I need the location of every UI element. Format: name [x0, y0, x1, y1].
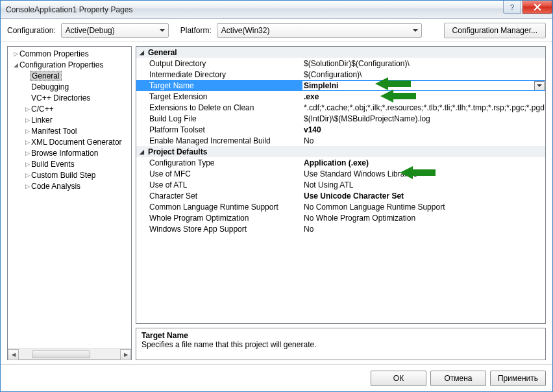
- dropdown-button[interactable]: [534, 81, 545, 90]
- right-pane: ◢General Output Directory$(SolutionDir)$…: [136, 46, 546, 360]
- tree-linker[interactable]: ▷Linker: [8, 114, 131, 125]
- category-project-defaults[interactable]: ◢Project Defaults: [136, 146, 545, 157]
- tree-xmlgen[interactable]: ▷XML Document Generator: [8, 136, 131, 147]
- row-use-atl[interactable]: Use of ATLNot Using ATL: [136, 179, 545, 190]
- tree-browse[interactable]: ▷Browse Information: [8, 147, 131, 158]
- config-manager-button[interactable]: Configuration Manager...: [444, 23, 546, 38]
- configuration-value: Active(Debug): [66, 26, 115, 35]
- description-panel: Target Name Specifies a file name that t…: [136, 328, 546, 360]
- platform-label: Platform:: [180, 26, 212, 35]
- tree-debugging[interactable]: Debugging: [8, 81, 131, 92]
- row-use-mfc[interactable]: Use of MFCUse Standard Windows Libraries: [136, 168, 545, 179]
- row-platform-toolset[interactable]: Platform Toolsetv140: [136, 124, 545, 135]
- configuration-combo[interactable]: Active(Debug): [61, 23, 169, 38]
- row-extensions-delete[interactable]: Extensions to Delete on Clean*.cdf;*.cac…: [136, 102, 545, 113]
- description-text: Specifies a file name that this project …: [141, 340, 540, 349]
- tree-common-properties[interactable]: ▷Common Properties: [8, 48, 131, 59]
- row-windows-store[interactable]: Windows Store App SupportNo: [136, 223, 545, 234]
- tree-general[interactable]: General: [8, 70, 131, 81]
- description-title: Target Name: [141, 331, 540, 340]
- row-intermediate-directory[interactable]: Intermediate Directory$(Configuration)\: [136, 69, 545, 80]
- window-buttons: ?: [503, 1, 552, 18]
- row-build-log[interactable]: Build Log File$(IntDir)\$(MSBuildProject…: [136, 113, 545, 124]
- tree-hscrollbar[interactable]: ◀ ▶: [8, 349, 131, 360]
- property-pages-window: ConsoleApplication1 Property Pages ? Con…: [0, 0, 553, 392]
- category-general[interactable]: ◢General: [136, 47, 545, 58]
- scroll-right-icon[interactable]: ▶: [120, 349, 131, 360]
- category-tree[interactable]: ▷Common Properties ◢Configuration Proper…: [7, 46, 132, 360]
- tree-ccpp[interactable]: ▷C/C++: [8, 103, 131, 114]
- config-toolbar: Configuration: Active(Debug) Platform: A…: [1, 19, 552, 42]
- platform-value: Active(Win32): [221, 26, 270, 35]
- apply-button[interactable]: Применить: [490, 371, 546, 386]
- row-clr-support[interactable]: Common Language Runtime SupportNo Common…: [136, 201, 545, 212]
- dialog-buttons: ОК Отмена Применить: [1, 364, 552, 391]
- tree-codeanalysis[interactable]: ▷Code Analysis: [8, 180, 131, 191]
- close-button[interactable]: [522, 1, 552, 14]
- row-output-directory[interactable]: Output Directory$(SolutionDir)$(Configur…: [136, 58, 545, 69]
- row-target-extension[interactable]: Target Extension.exe: [136, 91, 545, 102]
- scroll-thumb[interactable]: [32, 350, 90, 358]
- row-whole-program-opt[interactable]: Whole Program OptimizationNo Whole Progr…: [136, 212, 545, 223]
- close-icon: [534, 3, 541, 11]
- configuration-label: Configuration:: [7, 26, 56, 35]
- platform-combo[interactable]: Active(Win32): [217, 23, 422, 38]
- tree-custom[interactable]: ▷Custom Build Step: [8, 169, 131, 180]
- row-managed-incremental[interactable]: Enable Managed Incremental BuildNo: [136, 135, 545, 146]
- content-area: ▷Common Properties ◢Configuration Proper…: [1, 42, 552, 364]
- row-character-set[interactable]: Character SetUse Unicode Character Set: [136, 190, 545, 201]
- window-title: ConsoleApplication1 Property Pages: [6, 5, 503, 14]
- property-grid[interactable]: ◢General Output Directory$(SolutionDir)$…: [136, 46, 546, 324]
- row-target-name[interactable]: Target Name SimpleIni: [136, 80, 545, 91]
- tree-configuration-properties[interactable]: ◢Configuration Properties: [8, 59, 131, 70]
- help-button[interactable]: ?: [503, 1, 521, 14]
- ok-button[interactable]: ОК: [371, 371, 426, 386]
- tree-buildevents[interactable]: ▷Build Events: [8, 158, 131, 169]
- row-configuration-type[interactable]: Configuration TypeApplication (.exe): [136, 157, 545, 168]
- tree-manifest[interactable]: ▷Manifest Tool: [8, 125, 131, 136]
- scroll-left-icon[interactable]: ◀: [8, 349, 19, 360]
- titlebar[interactable]: ConsoleApplication1 Property Pages ?: [1, 1, 552, 19]
- tree-vcdirs[interactable]: VC++ Directories: [8, 92, 131, 103]
- cancel-button[interactable]: Отмена: [430, 371, 486, 386]
